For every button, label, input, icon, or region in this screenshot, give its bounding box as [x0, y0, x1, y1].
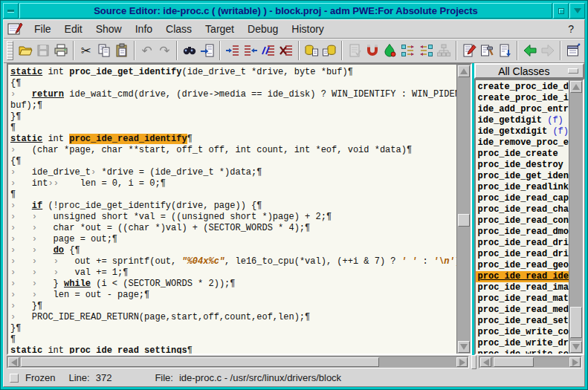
- toolbar-button-archive-add[interactable]: [320, 41, 338, 60]
- class-list-item[interactable]: proc_ide_write_dr: [476, 338, 569, 349]
- class-list[interactable]: create_proc_ide_dcreate_proc_ide_iide_ad…: [476, 80, 569, 354]
- class-list-item[interactable]: proc_ide_write_se: [476, 349, 569, 354]
- menu-edit[interactable]: Edit: [58, 22, 89, 36]
- class-list-item[interactable]: proc_ide_read_dri: [476, 249, 569, 260]
- code-scroll-down-button[interactable]: [458, 341, 470, 353]
- toolbar-button-cut[interactable]: ✂: [77, 41, 95, 60]
- class-filter-dropdown[interactable]: All Classes: [474, 63, 584, 79]
- class-list-item[interactable]: proc_ide_get_iden: [476, 171, 569, 182]
- toolbar-button-save-file[interactable]: [34, 41, 52, 60]
- arrow-left-icon: [11, 359, 17, 366]
- code-scroll-left-button[interactable]: [8, 357, 19, 367]
- list-hscroll-thumb[interactable]: [494, 357, 534, 367]
- toolbar-button-redo[interactable]: ↷: [156, 41, 174, 60]
- toolbar-button-water-drop[interactable]: [381, 41, 399, 60]
- code-line: ¶: [10, 334, 456, 345]
- list-scroll-up-button[interactable]: [570, 81, 582, 93]
- toolbar-button-back[interactable]: [521, 41, 539, 60]
- list-vscrollbar[interactable]: [569, 80, 583, 354]
- code-scroll-up-button[interactable]: [458, 65, 470, 77]
- toolbar-button-doc-check[interactable]: [346, 41, 364, 60]
- help-menu[interactable]: ?: [562, 22, 580, 36]
- maximize-icon: [558, 8, 564, 14]
- class-list-item[interactable]: proc_ide_read_dri: [476, 238, 569, 249]
- class-list-item[interactable]: proc_ide_destroy: [476, 160, 569, 171]
- toolbar-button-print[interactable]: [52, 41, 70, 60]
- list-hscrollbar[interactable]: [479, 356, 582, 368]
- class-list-item[interactable]: proc_ide_read_med: [476, 305, 569, 316]
- menu-file[interactable]: File: [28, 22, 58, 36]
- shade-button[interactable]: [569, 3, 585, 19]
- menu-show[interactable]: Show: [89, 22, 129, 36]
- frozen-toggle[interactable]: [10, 374, 19, 383]
- toolbar-button-copy[interactable]: [95, 41, 113, 60]
- code-hscroll-thumb[interactable]: [21, 357, 379, 367]
- menu-class[interactable]: Class: [159, 22, 198, 36]
- code-vscroll-thumb[interactable]: [458, 214, 470, 227]
- toolbar-button-paste[interactable]: [113, 41, 131, 60]
- list-scroll-left-button[interactable]: [480, 357, 491, 367]
- arrow-down-icon: [572, 344, 580, 350]
- class-list-item[interactable]: proc_ide_read_ima: [476, 282, 569, 293]
- class-list-item[interactable]: proc_ide_read_dmo: [476, 227, 569, 238]
- toolbar-button-doc-down[interactable]: [496, 41, 514, 60]
- class-list-item[interactable]: proc_ide_readlink: [476, 182, 569, 193]
- class-list-item[interactable]: proc_ide_read_ide: [476, 271, 569, 282]
- code-area[interactable]: static int proc_ide_get_identify(ide_dri…: [8, 65, 456, 354]
- toolbar-button-indent-less[interactable]: [242, 41, 259, 60]
- toolbar-button-doc-build[interactable]: [478, 41, 496, 60]
- toolbar-button-open-file[interactable]: [16, 41, 34, 60]
- arrow-left-icon: [483, 359, 489, 366]
- class-list-item[interactable]: proc_ide_read_con: [476, 215, 569, 227]
- toolbar-button-find[interactable]: [181, 41, 198, 60]
- cut-icon: ✂: [80, 45, 91, 57]
- maximize-button[interactable]: [553, 3, 569, 19]
- class-list-item[interactable]: proc_ide_read_geo: [476, 260, 569, 271]
- class-list-item[interactable]: ide_getxdigit (f): [476, 126, 569, 137]
- list-vscroll-thumb[interactable]: [570, 307, 582, 338]
- toolbar-button-undo[interactable]: ↶: [138, 41, 156, 60]
- class-list-item[interactable]: create_proc_ide_i: [476, 93, 569, 104]
- toolbar-button-sort-left[interactable]: [399, 41, 417, 60]
- class-list-item[interactable]: proc_ide_read_cha: [476, 204, 569, 215]
- list-scroll-down-button[interactable]: [570, 341, 582, 353]
- hierarchy-icon: [436, 43, 451, 58]
- toolbar-button-uncomment[interactable]: [277, 41, 295, 60]
- class-list-item[interactable]: ide_add_proc_entr: [476, 104, 569, 115]
- toolbar-button-archive-copy[interactable]: [303, 41, 320, 60]
- class-list-item[interactable]: ide_getdigit (f): [476, 115, 569, 126]
- toolbar-button-indent-more[interactable]: [224, 41, 242, 60]
- code-vscrollbar[interactable]: [456, 65, 471, 354]
- class-list-item[interactable]: ide_remove_proc_e: [476, 137, 569, 149]
- save-file-icon: [36, 43, 51, 58]
- list-scroll-right-button[interactable]: [569, 357, 581, 367]
- class-list-item[interactable]: proc_ide_read_set: [476, 316, 569, 327]
- toolbar-separator: [456, 41, 457, 60]
- toolbar-button-doc-edit[interactable]: [460, 41, 478, 60]
- menu-debug[interactable]: Debug: [241, 22, 285, 36]
- menu-target[interactable]: Target: [198, 22, 241, 36]
- menu-history[interactable]: History: [285, 22, 331, 36]
- toolbar-button-comment[interactable]: [259, 41, 277, 60]
- window-menu-button[interactable]: [3, 3, 19, 19]
- statusbar: Frozen Line: 372 File: ide-proc.c - /usr…: [4, 369, 584, 386]
- toolbar-button-goto-line[interactable]: [198, 41, 216, 60]
- class-list-item[interactable]: create_proc_ide_d: [476, 82, 569, 93]
- toolbar-button-forward[interactable]: [539, 41, 557, 60]
- toolbar-grip[interactable]: [7, 41, 13, 60]
- open-file-icon: [18, 43, 33, 58]
- code-scroll-right-button[interactable]: [456, 357, 468, 367]
- toolbar-button-sort-right[interactable]: [417, 41, 435, 60]
- class-list-item[interactable]: proc_ide_write_co: [476, 327, 569, 338]
- class-list-item[interactable]: proc_ide_create: [476, 149, 569, 160]
- toolbar-button-properties[interactable]: [564, 41, 582, 60]
- toolbar-separator: [560, 41, 561, 60]
- class-list-item[interactable]: proc_ide_read_cap: [476, 193, 569, 204]
- toolbar-button-magnet[interactable]: [364, 41, 381, 60]
- pane-sash[interactable]: [471, 355, 476, 369]
- class-list-item[interactable]: proc_ide_read_mat: [476, 293, 569, 305]
- print-icon: [54, 43, 68, 58]
- menu-info[interactable]: Info: [129, 22, 159, 36]
- code-hscrollbar[interactable]: [7, 356, 469, 368]
- toolbar-button-hierarchy[interactable]: [435, 41, 453, 60]
